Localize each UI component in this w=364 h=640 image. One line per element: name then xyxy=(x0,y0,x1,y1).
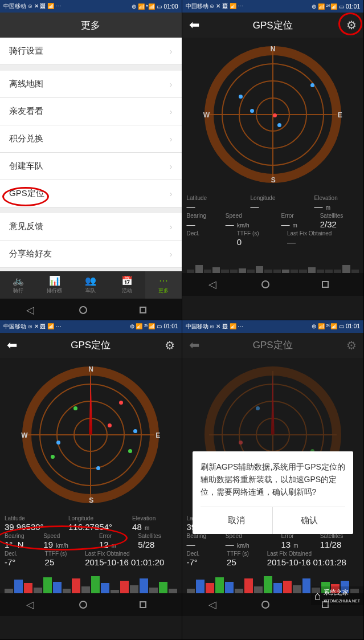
value-speed: — xyxy=(226,540,234,549)
team-icon: 👥 xyxy=(85,275,96,286)
label-ttff: TTFF (s) xyxy=(227,551,267,557)
header: ⬅ GPS定位 ⚙ xyxy=(182,333,364,358)
compass-east: E xyxy=(338,111,342,119)
gps-data: Latitude— Longitude— Elevation— m Bearin… xyxy=(182,191,364,251)
confirm-dialog: 刷新AGPS辅助数据,系统用于GPS定位的辅助数据将重新装载，以加速GPS的定位… xyxy=(193,451,354,534)
clock: 01:00 xyxy=(163,3,178,10)
carrier: 中国移动 xyxy=(186,323,208,329)
signal-icons: ⊚ 📶 ²⁶📶 xyxy=(130,323,156,329)
nav-back[interactable]: ◁ xyxy=(19,304,42,316)
carrier: 中国移动 xyxy=(3,3,26,9)
label-decl: Decl. xyxy=(187,230,237,237)
label-satellites: Satellites xyxy=(138,533,177,539)
label-elevation: Elevation xyxy=(132,515,177,521)
nav-recent[interactable] xyxy=(140,307,162,313)
unit: km/h xyxy=(237,222,250,229)
chart-icon: 📊 xyxy=(49,275,60,286)
value-bearing: N xyxy=(18,540,24,549)
battery-icon: ▭ xyxy=(157,323,162,329)
value-ttff: 25 xyxy=(45,557,85,567)
label-decl: Decl. xyxy=(5,551,45,557)
tab-events[interactable]: 📅活动 xyxy=(109,271,145,299)
value-satellites: 2/32 xyxy=(320,219,359,229)
gear-icon[interactable]: ⚙ xyxy=(346,18,357,32)
label-decl: Decl. xyxy=(187,551,227,557)
nav-home[interactable] xyxy=(261,601,284,609)
menu-label: 意见反馈 xyxy=(9,221,43,232)
value-bearing: — xyxy=(187,540,226,549)
back-arrow-icon[interactable]: ⬅ xyxy=(189,18,199,32)
value-elevation: 48 xyxy=(132,522,142,532)
menu-label: GPS定位 xyxy=(9,188,44,199)
label-error: Error xyxy=(99,533,138,539)
chevron-right-icon: › xyxy=(170,134,173,144)
ok-button[interactable]: 确认 xyxy=(272,507,345,534)
tab-team[interactable]: 👥车队 xyxy=(72,271,109,299)
header: ⬅ GPS定位 ⚙ xyxy=(182,13,364,38)
dialog-text: 刷新AGPS辅助数据,系统用于GPS定位的辅助数据将重新装载，以加速GPS的定位… xyxy=(201,460,346,499)
menu-item-feedback[interactable]: 意见反馈› xyxy=(0,213,182,240)
label-latitude: Latitude xyxy=(5,515,68,521)
tab-label: 骑行 xyxy=(13,287,23,295)
chevron-right-icon: › xyxy=(170,189,173,198)
divider xyxy=(0,207,182,213)
watermark-url: XITONGZHIJIA.NET xyxy=(324,599,360,603)
cancel-button[interactable]: 取消 xyxy=(201,507,273,534)
value-decl: -7° xyxy=(187,557,227,567)
tab-label: 排行榜 xyxy=(47,287,62,295)
label-elevation: Elevation xyxy=(314,195,359,201)
divider xyxy=(0,65,182,71)
unit: m xyxy=(293,543,298,549)
battery-icon: ▭ xyxy=(157,3,162,10)
value-lastfix: 2015-10-16 01:01:20 xyxy=(85,557,177,567)
chevron-right-icon: › xyxy=(170,80,173,89)
menu-item-points[interactable]: 积分兑换› xyxy=(0,125,182,153)
menu-item-ride-settings[interactable]: 骑行设置› xyxy=(0,38,182,65)
page-title: 更多 xyxy=(0,13,182,38)
chevron-right-icon: › xyxy=(170,250,173,259)
compass-west: W xyxy=(203,111,210,119)
tab-ride[interactable]: 🚲骑行 xyxy=(0,271,36,299)
watermark-title: 系统之家 xyxy=(324,589,349,596)
label-longitude: Longitude xyxy=(251,195,314,201)
label-lastfix: Last Fix Obtained xyxy=(287,230,359,237)
menu-item-create-team[interactable]: 创建车队› xyxy=(0,153,182,180)
value-ttff: 25 xyxy=(227,557,267,567)
chevron-right-icon: › xyxy=(170,222,173,231)
unit: m xyxy=(293,222,297,229)
value-latitude: 39.96530° xyxy=(5,522,68,532)
nav-home[interactable] xyxy=(79,306,102,314)
menu-item-gps[interactable]: GPS定位› xyxy=(0,180,182,207)
nav-back[interactable]: ◁ xyxy=(201,598,224,611)
value-lastfix: 2015-10-16 01:01:28 xyxy=(267,557,359,567)
menu-list[interactable]: 骑行设置› 离线地图› 亲友看看› 积分兑换› 创建车队› GPS定位› 意见反… xyxy=(0,38,182,271)
gear-icon[interactable]: ⚙ xyxy=(346,339,357,352)
signal-icons: ⊚ 📶 ʰ📶 xyxy=(132,3,156,10)
nav-buttons: ◁ xyxy=(0,299,182,320)
status-bar: 中国移动 ⊙ ✕ 🖼 📶 ⋯ ⊚ 📶 ²⁶📶 ▭ 01:01 xyxy=(182,320,364,333)
label-error: Error xyxy=(281,213,320,219)
menu-item-share[interactable]: 分享给好友› xyxy=(0,240,182,268)
tab-label: 更多 xyxy=(158,287,169,295)
value-decl: -7° xyxy=(5,557,45,567)
gear-icon[interactable]: ⚙ xyxy=(165,339,175,352)
menu-item-offline-map[interactable]: 离线地图› xyxy=(0,71,182,98)
gps-data: Latitude39.96530° Longitude116.27854° El… xyxy=(0,512,182,572)
label-longitude: Longitude xyxy=(68,515,132,521)
nav-back[interactable]: ◁ xyxy=(201,278,224,291)
nav-recent[interactable] xyxy=(322,281,345,288)
nav-home[interactable] xyxy=(79,601,102,609)
menu-item-friends[interactable]: 亲友看看› xyxy=(0,98,182,125)
page-title: GPS定位 xyxy=(71,339,111,352)
nav-recent[interactable] xyxy=(140,601,162,608)
compass-south: S xyxy=(271,176,276,184)
back-arrow-icon[interactable]: ⬅ xyxy=(189,338,199,353)
tab-more[interactable]: ⋯更多 xyxy=(145,271,182,299)
nav-back[interactable]: ◁ xyxy=(19,598,42,611)
tab-rank[interactable]: 📊排行榜 xyxy=(36,271,73,299)
nav-home[interactable] xyxy=(261,280,284,288)
back-arrow-icon[interactable]: ⬅ xyxy=(7,338,17,353)
label-bearing: Bearing xyxy=(187,213,226,219)
compass: NSEW xyxy=(182,38,364,191)
label-lastfix: Last Fix Obtained xyxy=(267,551,359,557)
